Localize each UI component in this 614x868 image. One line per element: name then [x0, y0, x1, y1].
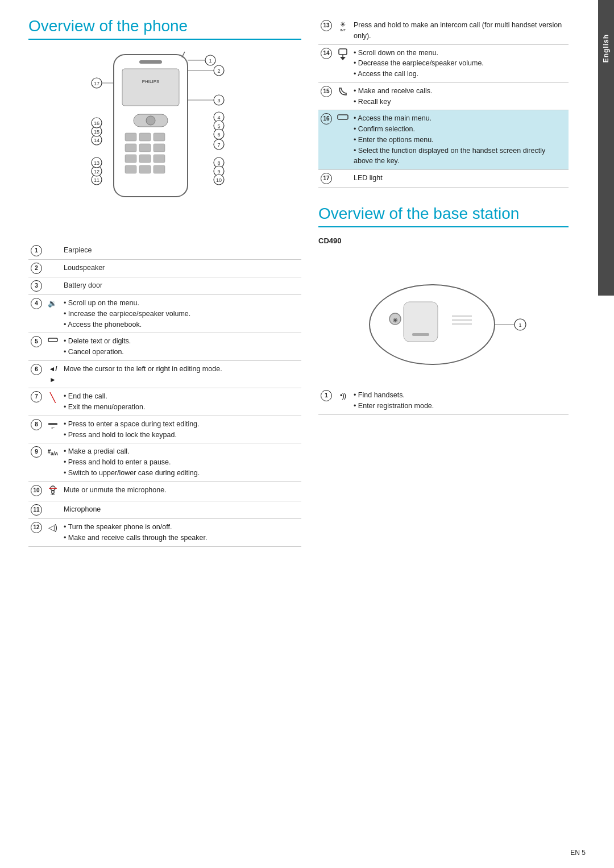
item-icon: 🔉: [44, 295, 61, 333]
item-desc: Access the main menu. Confirm selection.…: [351, 110, 569, 170]
page-number: EN 5: [570, 849, 586, 857]
item-desc: Mute or unmute the microphone.: [61, 481, 301, 501]
svg-text:7: 7: [217, 142, 220, 148]
svg-text:10: 10: [216, 177, 222, 183]
svg-rect-58: [48, 338, 57, 342]
item-icon: [44, 242, 61, 260]
table-row: 7 ╲ End the call. Exit the menu/operatio…: [28, 388, 301, 416]
item-icon: [334, 82, 351, 110]
svg-rect-7: [154, 133, 165, 141]
item-icon: ◄/►: [44, 360, 61, 388]
item-number: 4: [28, 295, 44, 333]
svg-text:9: 9: [217, 169, 220, 175]
left-feature-table: 1 Earpiece 2 Loudspeaker 3 Battery: [28, 242, 301, 547]
item-number: 8: [28, 416, 44, 443]
item-icon: •)): [334, 387, 351, 414]
item-number: 12: [28, 519, 44, 547]
item-desc: Press to enter a space during text editi…: [61, 416, 301, 443]
item-number: 14: [318, 44, 334, 82]
svg-text:3: 3: [217, 98, 220, 103]
sidebar-label: English: [602, 34, 610, 63]
svg-rect-9: [139, 144, 151, 152]
item-icon: [44, 277, 61, 295]
svg-point-4: [146, 116, 155, 125]
svg-rect-62: [52, 491, 54, 493]
table-row: 17 LED light: [318, 170, 569, 188]
item-number: 13: [318, 17, 334, 44]
table-row: 4 🔉 Scroll up on the menu. Increase the …: [28, 295, 301, 333]
table-row: 14 Scroll down on the menu. Decre: [318, 44, 569, 82]
table-row: 2 Loudspeaker: [28, 260, 301, 277]
table-row: 13 ✳ INT Press and hold to make an inter…: [318, 17, 569, 44]
svg-rect-17: [139, 60, 162, 64]
item-icon: [334, 44, 351, 82]
item-number: 2: [28, 260, 44, 277]
svg-rect-6: [139, 133, 151, 141]
item-number: 1: [318, 387, 334, 414]
svg-text:🔉: 🔉: [48, 298, 57, 308]
table-row: 12 ◁) Turn the speaker phone is on/off. …: [28, 519, 301, 547]
item-desc: Scroll down on the menu. Decrease the ea…: [351, 44, 569, 82]
item-icon: [44, 501, 61, 519]
item-desc: End the call. Exit the menu/operation.: [61, 388, 301, 416]
item-icon: a=: [44, 416, 61, 443]
svg-rect-5: [125, 133, 136, 141]
phone-svg: PHILIPS: [74, 49, 244, 225]
right-column: 13 ✳ INT Press and hold to make an inter…: [318, 17, 569, 547]
item-number: 5: [28, 333, 44, 361]
svg-rect-59: [48, 423, 57, 425]
base-feature-table: 1 •)) Find handsets. Enter registration …: [318, 387, 569, 415]
item-number: 15: [318, 82, 334, 110]
item-number: 10: [28, 481, 44, 501]
item-icon: ✳ INT: [334, 17, 351, 44]
item-desc: Find handsets. Enter registration mode.: [351, 387, 569, 414]
table-row: 10 Mute or unmute the microphone.: [28, 481, 301, 501]
item-desc: Turn the speaker phone is on/off. Make a…: [61, 519, 301, 547]
svg-text:1: 1: [209, 58, 211, 64]
svg-text:5: 5: [217, 123, 220, 129]
item-desc: Scroll up on the menu. Increase the earp…: [61, 295, 301, 333]
item-desc: Delete text or digits. Cancel operation.: [61, 333, 301, 361]
svg-rect-1: [122, 69, 179, 106]
table-row: 8 a= Press to enter a space during text …: [28, 416, 301, 443]
svg-text:17: 17: [94, 81, 99, 86]
right-feature-table: 13 ✳ INT Press and hold to make an inter…: [318, 17, 569, 188]
base-overview-title: Overview of the base station: [318, 205, 569, 227]
item-number: 9: [28, 443, 44, 481]
base-diagram: ◉ 1: [347, 251, 540, 376]
table-row: 11 Microphone: [28, 501, 301, 519]
svg-text:16: 16: [94, 121, 99, 126]
main-content: Overview of the phone PHILIPS: [0, 0, 614, 868]
svg-text:4: 4: [217, 115, 220, 121]
svg-text:a=: a=: [51, 426, 55, 429]
svg-rect-14: [125, 165, 136, 173]
left-column: Overview of the phone PHILIPS: [28, 17, 301, 547]
item-desc: Earpiece: [61, 242, 301, 260]
base-station-section: Overview of the base station CD490: [318, 205, 569, 415]
svg-text:8: 8: [217, 160, 220, 166]
item-icon: [44, 333, 61, 361]
svg-text:11: 11: [94, 177, 99, 183]
item-number: 3: [28, 277, 44, 295]
item-icon: [334, 170, 351, 188]
sidebar-english: English: [598, 0, 614, 296]
svg-text:PHILIPS: PHILIPS: [142, 79, 160, 84]
svg-text:2: 2: [217, 68, 220, 74]
item-number: 1: [28, 242, 44, 260]
svg-rect-74: [412, 333, 429, 336]
item-icon: [334, 110, 351, 170]
svg-rect-16: [154, 165, 165, 173]
item-desc: Move the cursor to the left or right in …: [61, 360, 301, 388]
item-number: 7: [28, 388, 44, 416]
svg-rect-10: [154, 144, 165, 152]
base-svg: ◉ 1: [347, 251, 540, 376]
svg-text:12: 12: [94, 169, 99, 175]
svg-text:15: 15: [94, 129, 99, 135]
item-desc: LED light: [351, 170, 569, 188]
table-row: 3 Battery door: [28, 277, 301, 295]
page-container: English Overview of the phone PHILIPS: [0, 0, 614, 868]
cd-model: CD490: [318, 236, 569, 245]
item-icon: #a/A: [44, 443, 61, 481]
table-row: 5 Delete text or digits. Cancel operatio…: [28, 333, 301, 361]
item-icon: ◁): [44, 519, 61, 547]
